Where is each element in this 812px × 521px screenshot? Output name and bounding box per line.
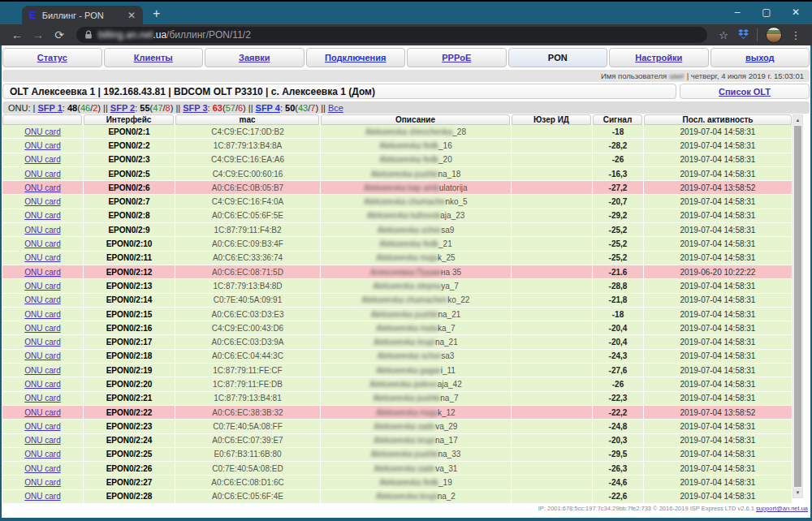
interface-cell: EPON0/2:6 [84,181,175,194]
onu-card-cell: ONU card [2,209,84,222]
signal-cell: -18 [593,125,644,138]
datetime-label: | четверг, 4 июля 2019 г. 15:03:01 [687,71,804,80]
onu-card-link[interactable]: ONU card [24,155,60,164]
bookmark-star-icon[interactable]: ☆ [714,29,733,41]
page-footer: IP: 2001:678:5cc:197:7c34:29bb:7fe2:733 … [538,505,808,512]
user-id-cell [512,448,593,461]
back-button[interactable]: ← [6,28,28,41]
nav-tab-статус[interactable]: Статус [2,48,102,67]
user-id-cell [512,279,593,292]
scroll-down-icon[interactable]: ▼ [793,488,802,497]
onu-card-link[interactable]: ONU card [24,478,60,487]
onu-card-link[interactable]: ONU card [24,170,60,179]
sfp-link-2[interactable]: SFP 2 [110,103,135,113]
maximize-button[interactable]: ▢ [752,2,781,23]
onu-card-link[interactable]: ONU card [24,338,60,347]
olt-list-link[interactable]: Список OLT [719,87,771,97]
nav-tab-pppoe[interactable]: PPPoE [407,48,507,67]
nav-tab-label: Клиенты [134,53,173,62]
onu-card-link[interactable]: ONU card [24,492,60,501]
titlebar[interactable]: E Биллинг - PON ✕ + – ▢ ✕ [0,2,812,24]
table-row: ONU cardEPON0/2:26C0:7E:40:5A:08:EDAleks… [2,462,792,476]
sfp-link-3[interactable]: SFP 3 [183,103,207,113]
user-id-cell [512,490,593,503]
nav-tab-подключения[interactable]: Подключения [306,48,406,67]
onu-card-cell: ONU card [2,308,84,321]
onu-card-link[interactable]: ONU card [24,324,60,333]
table-row: ONU cardEPON0/2:22A0:C6:EC:38:3B:32Aleks… [2,406,792,420]
interface-cell: EPON0/2:24 [84,434,175,447]
nav-tab-выход[interactable]: выход [710,48,810,67]
onu-card-cell: ONU card [2,294,84,307]
username-value: user [669,71,684,80]
last-activity-cell: 2019-07-04 14:58:31 [644,294,792,307]
onu-card-link[interactable]: ONU card [24,127,60,136]
user-info-bar: Имя пользователя user | четверг, 4 июля … [2,70,810,82]
onu-card-link[interactable]: ONU card [24,351,60,360]
lock-icon[interactable] [84,30,93,40]
nav-tab-label: PPPoE [442,53,471,62]
sfp-link-4[interactable]: SFP 4 [256,103,280,113]
nav-tab-заявки[interactable]: Заявки [205,48,304,67]
onu-card-link[interactable]: ONU card [24,408,60,417]
last-activity-cell: 2019-07-04 14:58:31 [644,125,792,138]
nav-tab-pon[interactable]: PON [508,48,608,67]
nav-tab-клиенты[interactable]: Клиенты [104,48,204,67]
onu-card-link[interactable]: ONU card [24,295,60,304]
browser-tab[interactable]: E Биллинг - PON ✕ [22,6,143,24]
extension-icon[interactable] [733,29,753,41]
sfp-all-link[interactable]: Все [328,103,343,113]
onu-card-link[interactable]: ONU card [24,422,60,431]
table-scrollbar[interactable]: ▲ ▼ [793,114,803,498]
onu-card-link[interactable]: ONU card [24,394,60,403]
onu-card-link[interactable]: ONU card [24,366,60,375]
scroll-up-icon[interactable]: ▲ [793,115,802,125]
description-blurred: Alekseevka polevo [369,380,437,389]
sfp-total-count: 55 [140,103,149,113]
profile-avatar[interactable] [766,27,782,43]
onu-card-link[interactable]: ONU card [24,211,60,220]
signal-cell: -24,6 [593,476,644,489]
onu-card-link[interactable]: ONU card [24,380,60,389]
onu-card-link[interactable]: ONU card [24,450,60,459]
nav-tab-настройки[interactable]: Настройки [609,48,709,67]
table-row: ONU cardEPON0/2:28A0:C6:EC:05:6F:4EAleks… [2,490,792,504]
close-button[interactable]: ✕ [781,2,810,23]
signal-cell: -27,6 [593,364,644,377]
interface-cell: EPON0/2:8 [84,209,175,222]
onu-card-link[interactable]: ONU card [24,464,60,473]
onu-card-link[interactable]: ONU card [24,253,60,262]
interface-cell: EPON0/2:10 [84,237,175,250]
onu-card-link[interactable]: ONU card [24,282,60,291]
table-row: ONU cardEPON0/2:14C0:7E:40:5A:09:91Aleks… [2,294,792,308]
new-tab-button[interactable]: + [153,7,160,20]
onu-card-link[interactable]: ONU card [24,310,60,319]
nav-tab-label: Настройки [635,53,682,62]
onu-card-link[interactable]: ONU card [24,226,60,235]
description-suffix: nko_5 [445,197,467,206]
scrollbar-thumb[interactable] [794,126,801,487]
tab-close-icon[interactable]: ✕ [123,10,136,21]
signal-cell: -21.6 [593,265,644,278]
description-cell: Alekseevka pushkina_33 [321,448,512,461]
onu-card-link[interactable]: ONU card [24,239,60,248]
onu-card-link[interactable]: ONU card [24,268,60,277]
support-email-link[interactable]: support@an.net.ua [756,505,808,512]
last-activity-cell: 2019-07-04 14:58:31 [644,237,792,250]
sfp-link-1[interactable]: SFP 1 [37,103,62,113]
description-suffix: ya_7 [441,282,459,291]
address-bar[interactable]: billing.an.net .ua /биллинг/PON/11/2 [76,27,707,43]
onu-card-link[interactable]: ONU card [24,197,60,206]
onu-card-link[interactable]: ONU card [24,141,60,150]
table-row: ONU cardEPON0/2:16C4:C9:EC:00:43:D6Aleks… [2,321,792,335]
minimize-button[interactable]: – [723,2,752,23]
onu-card-link[interactable]: ONU card [24,183,60,192]
user-id-cell [512,321,593,334]
reload-button[interactable]: ⟳ [49,28,70,41]
onu-card-link[interactable]: ONU card [24,436,60,445]
favicon-icon: E [29,10,37,20]
forward-button[interactable]: → [28,28,49,41]
signal-cell: -25,2 [593,252,644,265]
browser-menu-icon[interactable]: ⋮ [786,29,806,41]
description-suffix: aja_23 [440,211,464,220]
